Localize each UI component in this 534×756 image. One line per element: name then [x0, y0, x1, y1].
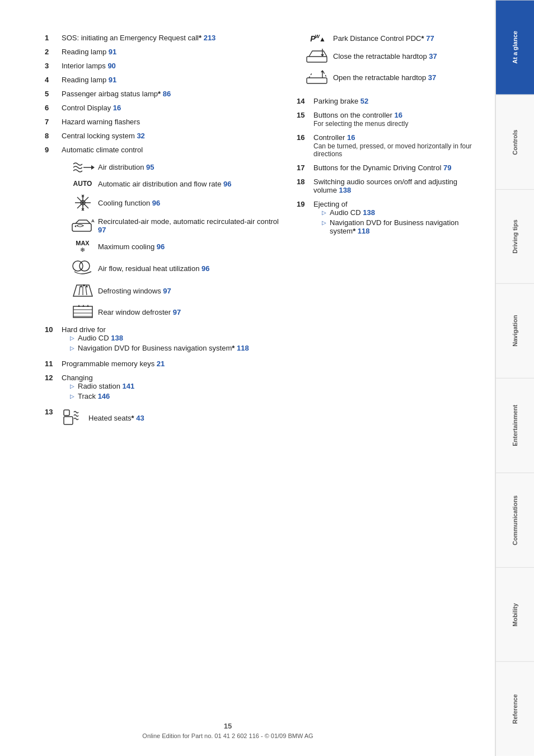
page-ref[interactable]: 91 [109, 76, 116, 84]
page-ref[interactable]: 97 [163, 287, 171, 295]
sidebar-label: Navigation [512, 315, 518, 347]
item-subtitle: For selecting the menus directly [313, 120, 478, 128]
page-ref[interactable]: 213 [204, 34, 216, 42]
page-ref[interactable]: 16 [113, 104, 121, 112]
sidebar-section-entertainment[interactable]: Entertainment [496, 378, 534, 473]
page-ref[interactable]: 96 [202, 264, 209, 273]
item-content: Hard drive for ▷ Audio CD 138 ▷ Navigati… [62, 325, 285, 354]
page-ref[interactable]: 79 [443, 164, 451, 172]
item-number: 8 [45, 132, 62, 140]
page-ref[interactable]: 32 [137, 132, 144, 140]
item-number: 16 [297, 133, 313, 142]
page-ref[interactable]: 96 [223, 180, 231, 188]
max-label: MAX ❄ [76, 240, 89, 254]
climate-icons-block: Air distribution 95 AUTO Automatic air d… [62, 160, 285, 320]
sidebar-section-controls[interactable]: Controls [496, 95, 534, 189]
page-ref[interactable]: 37 [428, 73, 436, 82]
page-ref[interactable]: 96 [157, 242, 165, 251]
sub-bullet: ▷ Audio CD 138 [322, 208, 478, 217]
page-ref[interactable]: 146 [98, 392, 110, 400]
list-item-6: 6 Control Display 16 [45, 104, 285, 112]
svg-text:A: A [91, 218, 95, 223]
sidebar-section-communications[interactable]: Communications [496, 473, 534, 567]
open-hardtop-icon [302, 70, 333, 86]
sub-bullet: ▷ Navigation DVD for Business navigation… [70, 344, 285, 352]
item-content: Switching audio sources on/off and adjus… [313, 178, 478, 194]
right-sidebar: At a glance Controls Driving tips Naviga… [495, 0, 534, 756]
auto-icon: AUTO [67, 180, 98, 188]
icon-row-open-hardtop: Open the retractable hardtop 37 [302, 70, 478, 86]
svg-point-15 [79, 261, 90, 271]
main-content: 1 SOS: initiating an Emergency Request c… [0, 0, 495, 756]
svg-marker-26 [78, 305, 80, 307]
svg-marker-1 [91, 165, 95, 170]
item-content: Buttons for the Dynamic Driving Control … [313, 164, 478, 172]
item-number: 1 [45, 34, 62, 42]
page-ref[interactable]: 138 [363, 208, 375, 217]
page-ref[interactable]: 37 [429, 52, 437, 60]
item-number: 14 [297, 97, 313, 105]
page-ref[interactable]: 21 [157, 360, 165, 368]
defrost-text: Defrosting windows 97 [98, 287, 285, 295]
icon-row-defrost: Defrosting windows 97 [67, 283, 285, 298]
item-number: 17 [297, 164, 313, 172]
page-ref[interactable]: 118 [237, 344, 249, 352]
list-item-8: 8 Central locking system 32 [45, 132, 285, 140]
svg-marker-36 [321, 70, 324, 72]
page-ref[interactable]: 86 [163, 90, 171, 98]
page-ref[interactable]: 97 [98, 226, 106, 234]
sub-item-text: Audio CD 138 [78, 334, 123, 342]
list-item-15: 15 Buttons on the controller 16 For sele… [297, 111, 478, 128]
item-number: 15 [297, 111, 313, 119]
list-item-2: 2 Reading lamp 91 [45, 48, 285, 56]
page-ref[interactable]: 138 [339, 186, 352, 194]
sidebar-section-reference[interactable]: Reference [496, 661, 534, 756]
triangle-icon: ▷ [70, 383, 74, 389]
page-ref[interactable]: 16 [347, 133, 355, 142]
max-cooling-text: Maximum cooling 96 [98, 242, 285, 251]
sub-bullet: ▷ Navigation DVD for Business navigation… [322, 218, 478, 235]
page-ref[interactable]: 96 [152, 199, 160, 207]
item-content: Heated seats* 43 [62, 408, 144, 428]
page-ref[interactable]: 95 [146, 163, 154, 171]
recirculated-text: Recirculated-air mode, automatic recircu… [98, 217, 285, 234]
page-ref[interactable]: 138 [111, 334, 123, 342]
right-top-icons: PW▲ Park Distance Control PDC* 77 [297, 34, 478, 86]
item-content: Passenger airbag status lamp* 86 [62, 90, 285, 98]
item-content: Central locking system 32 [62, 132, 285, 140]
item-subtitle: Can be turned, pressed, or moved horizon… [313, 142, 478, 158]
page-ref[interactable]: 16 [395, 111, 402, 119]
svg-marker-27 [82, 305, 85, 307]
page-ref[interactable]: 77 [426, 34, 434, 43]
item-number: 10 [45, 325, 62, 334]
pdc-text: Park Distance Control PDC* 77 [333, 34, 478, 43]
sidebar-section-navigation[interactable]: Navigation [496, 283, 534, 378]
page-ref[interactable]: 91 [109, 48, 116, 56]
page-ref[interactable]: 97 [173, 308, 181, 316]
heated-seats-icon [62, 408, 82, 428]
sidebar-section-mobility[interactable]: Mobility [496, 567, 534, 662]
close-hardtop-text: Close the retractable hardtop 37 [333, 52, 478, 60]
item-content: Reading lamp 91 [62, 48, 285, 56]
airflow-icon [67, 259, 98, 277]
page-ref[interactable]: 43 [136, 414, 144, 422]
page-ref[interactable]: 90 [107, 62, 115, 70]
item-number: 2 [45, 48, 62, 56]
icon-row-max-cooling: MAX ❄ Maximum cooling 96 [67, 240, 285, 254]
page-ref[interactable]: 118 [358, 227, 370, 235]
page-ref[interactable]: 52 [360, 97, 368, 105]
pdc-icon-cell: PW▲ [302, 34, 333, 43]
list-item-11: 11 Programmable memory keys 21 [45, 360, 285, 368]
page-footer: 15 Online Edition for Part no. 01 41 2 6… [0, 722, 456, 739]
sidebar-section-at-a-glance[interactable]: At a glance [496, 0, 534, 95]
item-content: Parking brake 52 [313, 97, 478, 105]
item-title: SOS: initiating an Emergency Request cal… [62, 34, 216, 42]
sidebar-label: Controls [512, 129, 518, 155]
svg-rect-30 [64, 410, 69, 416]
svg-marker-12 [74, 225, 76, 227]
sidebar-section-driving-tips[interactable]: Driving tips [496, 189, 534, 284]
rear-defroster-text: Rear window defroster 97 [98, 308, 285, 316]
item-number: 4 [45, 76, 62, 84]
triangle-icon: ▷ [322, 220, 326, 226]
page-ref[interactable]: 141 [123, 382, 135, 390]
